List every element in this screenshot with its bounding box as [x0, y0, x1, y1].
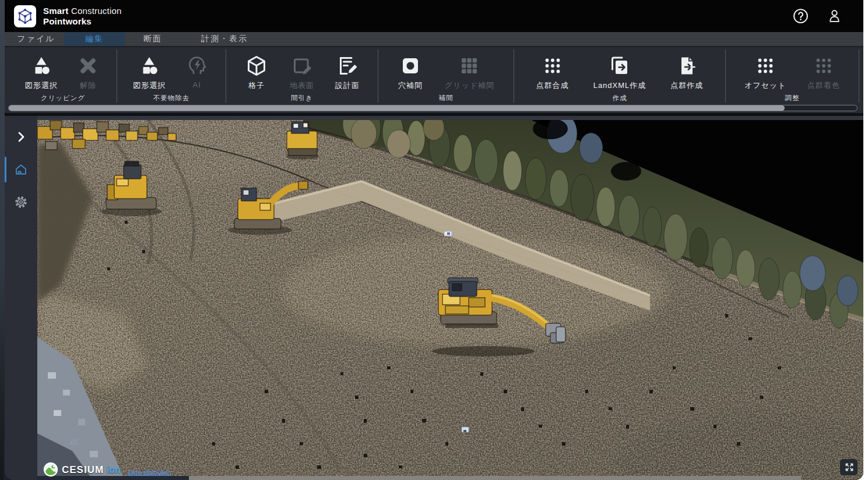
app-header: Smart Construction Pointworks	[5, 0, 863, 32]
toolbar-group-label: 作成	[514, 92, 725, 104]
toolbar-button-label: 格子	[248, 80, 265, 91]
toolbar-button-label: 設計面	[335, 80, 360, 91]
toolbar-button-label: グリッド補間	[445, 80, 494, 91]
tab-edit[interactable]: 編集	[64, 32, 125, 46]
cesium-logo-icon	[43, 462, 58, 477]
toolbar-button-図形選択[interactable]: 図形選択	[131, 52, 168, 92]
cube-icon	[244, 53, 269, 79]
fullscreen-icon	[844, 461, 855, 473]
toolbar-button-label: 地表面	[290, 80, 314, 91]
toolbar-scrollbar[interactable]	[8, 105, 858, 111]
tab-measure[interactable]: 計測・表示	[181, 32, 268, 46]
ribbon-toolbar: 図形選択解除クリッピング図形選択AI不要物除去格子地表面設計面間引き穴補間グリッ…	[5, 47, 863, 116]
toolbar-group-label: 間引き	[226, 92, 378, 104]
hole-icon	[398, 53, 423, 79]
toolbar-button-オフセット[interactable]: オフセット	[742, 52, 789, 92]
toolbar-group-5: 点群合成LandXML作成点群作成作成	[514, 50, 726, 103]
cesium-ion-label: ion	[107, 463, 121, 477]
tab-file[interactable]: ファイル	[8, 32, 64, 46]
sidebar-item-expand[interactable]	[9, 125, 33, 149]
ai-head-icon	[184, 53, 210, 79]
dots-icon	[811, 53, 837, 79]
app-window: Smart Construction Pointworks ファイル編集断面計測…	[5, 0, 863, 480]
toolbar-button-グリッド補間: グリッド補間	[442, 52, 497, 92]
point-cloud-scene	[37, 116, 863, 480]
toolbar-group-label: 調整	[726, 92, 859, 104]
toolbar-button-label: 図形選択	[25, 80, 58, 91]
toolbar-button-label: オフセット	[744, 80, 786, 91]
toolbar-group-label: 補間	[378, 92, 514, 104]
app-logo	[14, 5, 36, 27]
chevron-right-icon	[14, 130, 28, 144]
toolbar-button-label: AI	[193, 80, 201, 89]
toolbar-button-label: 点群着色	[807, 80, 840, 91]
toolbar-scrollbar-thumb[interactable]	[9, 105, 785, 111]
grid-icon	[456, 53, 482, 79]
toolbar-group-label: 不要物除去	[117, 92, 226, 104]
account-button[interactable]	[825, 7, 844, 26]
dots-icon	[540, 53, 565, 79]
toolbar-group-1: 図形選択解除クリッピング	[9, 50, 117, 103]
toolbar-button-図形選択[interactable]: 図形選択	[23, 52, 60, 92]
home-icon	[14, 163, 28, 177]
toolbar-button-解除: 解除	[73, 52, 103, 92]
x-icon	[75, 53, 101, 79]
fullscreen-button[interactable]	[840, 459, 858, 475]
user-icon	[827, 8, 842, 24]
toolbar-group-6: オフセット点群着色調整	[726, 50, 859, 103]
app-title: Smart Construction Pointworks	[43, 6, 122, 27]
menu-tab-bar: ファイル編集断面計測・表示	[5, 32, 863, 47]
toolbar-button-設計面[interactable]: 設計面	[332, 52, 363, 92]
help-button[interactable]	[791, 7, 810, 26]
sidebar-item-settings[interactable]	[9, 190, 33, 214]
help-icon	[793, 8, 809, 24]
shapes-icon	[136, 53, 162, 79]
tab-section[interactable]: 断面	[125, 32, 181, 46]
toolbar-button-地表面: 地表面	[287, 52, 317, 92]
toolbar-group-2: 図形選択AI不要物除去	[117, 50, 226, 103]
sidebar-item-home[interactable]	[9, 158, 33, 181]
toolbar-button-label: 点群合成	[536, 80, 569, 91]
toolbar-button-LandXML作成[interactable]: LandXML作成	[591, 52, 649, 92]
toolbar-button-点群作成[interactable]: 点群作成	[668, 52, 705, 92]
doc-copy-arrow-icon	[607, 53, 632, 79]
data-attribution-link[interactable]: Data attribution	[128, 468, 171, 477]
toolbar-button-label: 点群作成	[670, 80, 703, 91]
pointworks-logo-icon	[15, 6, 35, 26]
cesium-brand: CESIUM	[62, 463, 104, 477]
toolbar-button-label: LandXML作成	[593, 80, 646, 91]
shapes-icon	[29, 53, 54, 79]
toolbar-button-格子[interactable]: 格子	[241, 52, 272, 92]
surface-pencil-icon	[289, 53, 315, 79]
toolbar-group-4: 穴補間グリッド補間補間	[378, 50, 514, 103]
toolbar-button-label: 穴補間	[398, 80, 423, 91]
toolbar-button-AI: AI	[182, 52, 212, 90]
toolbar-button-点群着色: 点群着色	[805, 52, 842, 92]
design-pencil-icon	[335, 53, 360, 79]
toolbar-group-3: 格子地表面設計面間引き	[226, 50, 378, 103]
toolbar-button-label: 解除	[80, 80, 96, 91]
toolbar-group-label: クリッピング	[9, 92, 117, 104]
toolbar-button-点群合成[interactable]: 点群合成	[534, 52, 571, 92]
dots-icon	[753, 53, 778, 79]
doc-arrow-icon	[674, 53, 700, 79]
left-sidebar	[5, 116, 37, 480]
toolbar-button-label: 図形選択	[133, 80, 166, 91]
map-credit: CESIUM ion Data attribution	[43, 462, 171, 477]
toolbar-button-穴補間[interactable]: 穴補間	[395, 52, 426, 92]
viewport-3d[interactable]: CESIUM ion Data attribution	[37, 116, 863, 480]
sidebar-active-indicator	[5, 157, 6, 182]
gear-icon	[14, 195, 28, 209]
